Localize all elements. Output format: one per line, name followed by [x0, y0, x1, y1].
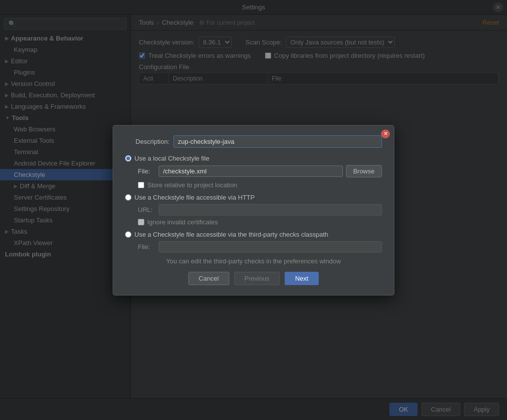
radio-http[interactable]: [125, 194, 131, 201]
local-file-row: File: Browse: [138, 165, 382, 177]
url-input[interactable]: [159, 204, 382, 215]
radio-local[interactable]: [125, 155, 131, 162]
ignore-cert-label: Ignore invalid certificates: [147, 218, 218, 226]
url-row: URL:: [138, 204, 382, 215]
description-row: Description:: [125, 135, 382, 148]
store-relative-row: Store relative to project location: [138, 181, 382, 189]
modal-close-button[interactable]: ✕: [381, 129, 390, 138]
description-label: Description:: [125, 138, 169, 145]
local-file-input[interactable]: [159, 166, 343, 177]
modal-overlay: ✕ Description: Use a local Checkstyle fi…: [0, 0, 507, 420]
radio-local-label: Use a local Checkstyle file: [134, 155, 210, 162]
help-text: You can edit the third-party checks in t…: [125, 257, 382, 265]
third-party-file-row: File:: [138, 241, 382, 252]
radio-third-party-label: Use a Checkstyle file accessible via the…: [134, 231, 328, 238]
modal-previous-button[interactable]: Previous: [234, 272, 280, 285]
radio-third-party[interactable]: [125, 231, 131, 238]
radio-group: Use a local Checkstyle file File: Browse…: [125, 155, 382, 252]
modal-buttons: Cancel Previous Next: [125, 272, 382, 285]
radio-local-row: Use a local Checkstyle file: [125, 155, 382, 162]
store-relative-checkbox[interactable]: [138, 182, 144, 188]
radio-third-party-row: Use a Checkstyle file accessible via the…: [125, 231, 382, 238]
file-label: File:: [138, 168, 156, 175]
third-party-file-label: File:: [138, 243, 156, 251]
modal-next-button[interactable]: Next: [285, 272, 319, 285]
radio-http-row: Use a Checkstyle file accessible via HTT…: [125, 194, 382, 201]
browse-button[interactable]: Browse: [346, 165, 382, 177]
modal-cancel-button[interactable]: Cancel: [188, 272, 229, 285]
store-relative-label: Store relative to project location: [147, 181, 237, 189]
description-input[interactable]: [173, 135, 382, 148]
modal-dialog: ✕ Description: Use a local Checkstyle fi…: [113, 125, 394, 295]
url-label: URL:: [138, 206, 156, 213]
ignore-cert-row: Ignore invalid certificates: [138, 218, 382, 226]
ignore-cert-checkbox[interactable]: [138, 219, 144, 225]
radio-http-label: Use a Checkstyle file accessible via HTT…: [134, 194, 254, 201]
third-party-file-input[interactable]: [159, 241, 382, 252]
